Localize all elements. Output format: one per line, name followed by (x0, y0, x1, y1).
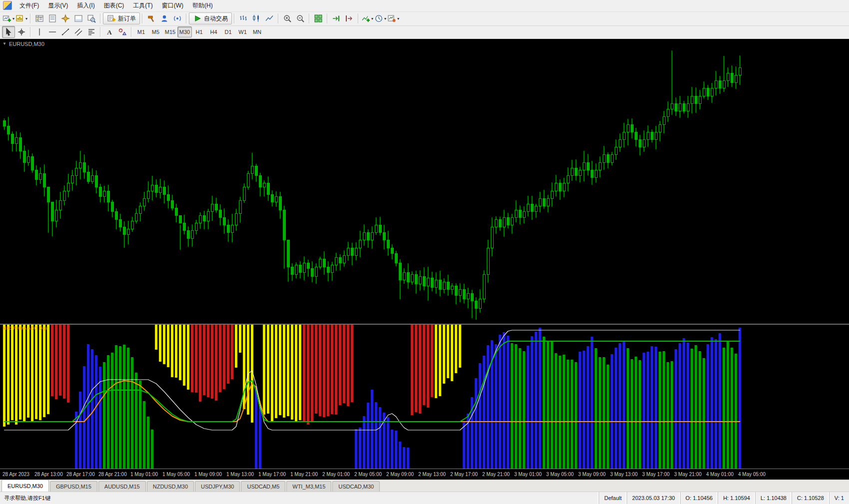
chart-line-icon (265, 14, 274, 23)
auto-trading-button[interactable]: 自动交易 (189, 12, 232, 24)
chevron-down-icon: ▾ (384, 16, 386, 21)
trendline-button[interactable] (59, 26, 72, 38)
cursor-button[interactable] (2, 26, 15, 38)
toolbar-separator (358, 13, 359, 23)
community-button[interactable] (158, 12, 171, 24)
metaeditor-button[interactable] (145, 12, 158, 24)
fibonacci-button[interactable] (85, 26, 98, 38)
time-axis-label: 1 May 17:00 (258, 472, 286, 477)
chart-tab-USDCAD-M5[interactable]: USDCAD,M5 (241, 481, 285, 492)
auto-trading-icon (193, 14, 202, 23)
toolbar-separator (234, 13, 235, 23)
vertical-line-button[interactable] (33, 26, 46, 38)
time-axis-label: 2 May 21:00 (482, 472, 510, 477)
data-window-button[interactable] (46, 12, 59, 24)
shapes-icon (118, 27, 127, 36)
chart-candles-icon (252, 14, 261, 23)
menu-item-help[interactable]: 帮助(H) (188, 0, 217, 11)
time-axis-label: 28 Apr 17:00 (66, 472, 95, 477)
timeframe-M1[interactable]: M1 (134, 26, 148, 37)
menu-item-charts[interactable]: 图表(C) (99, 0, 129, 11)
timeframe-MN[interactable]: MN (250, 26, 264, 37)
zoom-in-icon (283, 14, 292, 23)
time-axis-label: 28 Apr 13:00 (34, 472, 63, 477)
periods-button[interactable]: ▾ (374, 12, 387, 24)
timeframe-H1[interactable]: H1 (192, 26, 206, 37)
crosshair-button[interactable] (15, 26, 28, 38)
time-axis-label: 3 May 21:00 (674, 472, 702, 477)
navigator-icon (61, 14, 70, 23)
chart-shift-button[interactable] (343, 12, 356, 24)
indicators-button[interactable]: ▾ (361, 12, 374, 24)
toolbar-separator (142, 13, 143, 23)
text-button[interactable]: A (103, 26, 116, 38)
line-chart-button[interactable] (263, 12, 276, 24)
chart-tab-EURUSD-M30[interactable]: EURUSD,M30 (1, 480, 49, 492)
menu-bar: 文件(F)显示(V)插入(I)图表(C)工具(T)窗口(W)帮助(H) (0, 0, 849, 12)
arrows-button[interactable] (116, 26, 129, 38)
menu-item-file[interactable]: 文件(F) (15, 0, 43, 11)
timeframe-M15[interactable]: M15 (163, 26, 177, 37)
chart-tab-WTI-M3-M15[interactable]: WTI_M3,M15 (286, 481, 331, 492)
metaeditor-icon (147, 14, 156, 23)
strategy-tester-button[interactable] (85, 12, 98, 24)
profiles-button[interactable]: ▾ (15, 12, 28, 24)
channel-button[interactable] (72, 26, 85, 38)
new-chart-button[interactable]: ▾ (2, 12, 15, 24)
candlestick-chart[interactable] (0, 39, 849, 324)
trendline-icon (61, 27, 70, 36)
zoom-out-button[interactable] (294, 12, 307, 24)
menu-item-view[interactable]: 显示(V) (43, 0, 72, 11)
chart-tab-NZDUSD-M30[interactable]: NZDUSD,M30 (147, 481, 194, 492)
navigator-button[interactable] (59, 12, 72, 24)
timeframe-M30[interactable]: M30 (177, 26, 192, 37)
fibonacci-icon (87, 27, 96, 36)
hline-icon (48, 27, 57, 36)
mobile-app-button[interactable] (171, 12, 184, 24)
tile-windows-button[interactable] (312, 12, 325, 24)
svg-text:A: A (107, 28, 112, 36)
toolbar-separator (30, 27, 31, 37)
templates-button[interactable]: ▾ (387, 12, 400, 24)
auto-scroll-button[interactable] (330, 12, 343, 24)
time-axis-label: 2 May 17:00 (450, 472, 478, 477)
chart-bars-icon (239, 14, 248, 23)
toolbar-separator (131, 27, 132, 37)
chart-tab-AUDUSD-M15[interactable]: AUDUSD,M15 (98, 481, 146, 492)
time-axis-label: 1 May 05:00 (162, 472, 190, 477)
menu-item-tools[interactable]: 工具(T) (128, 0, 157, 11)
time-axis-label: 1 May 13:00 (226, 472, 254, 477)
time-axis-label: 2 May 05:00 (354, 472, 382, 477)
chart-window[interactable]: ▼ EURUSD,M30 M30 PHMA ADD Digit 28 Apr 2… (0, 39, 849, 480)
timeframe-D1[interactable]: D1 (221, 26, 235, 37)
chart-tab-USDCAD-M30[interactable]: USDCAD,M30 (332, 481, 380, 492)
indicator-pane[interactable]: M30 PHMA ADD Digit (0, 325, 849, 469)
new-order-button-label: 新订单 (118, 14, 136, 23)
time-axis-label: 3 May 13:00 (610, 472, 638, 477)
indicator-chart[interactable] (0, 325, 849, 469)
chart-tab-GBPUSD-M15[interactable]: GBPUSD,M15 (50, 481, 97, 492)
timeframe-M5[interactable]: M5 (148, 26, 163, 37)
menu-item-window[interactable]: 窗口(W) (157, 0, 188, 11)
bar-chart-button[interactable] (237, 12, 250, 24)
symbol-label: ▼ EURUSD,M30 (2, 41, 44, 47)
tile-windows-icon (314, 14, 323, 23)
timeframe-W1[interactable]: W1 (235, 26, 250, 37)
price-pane[interactable]: ▼ EURUSD,M30 (0, 39, 849, 324)
horizontal-line-button[interactable] (46, 26, 59, 38)
time-axis-label: 3 May 09:00 (578, 472, 606, 477)
status-volume: V: 1 (829, 492, 849, 504)
chart-tab-USDJPY-M30[interactable]: USDJPY,M30 (195, 481, 240, 492)
time-axis[interactable]: 28 Apr 202328 Apr 13:0028 Apr 17:0028 Ap… (0, 469, 849, 480)
zoom-in-button[interactable] (281, 12, 294, 24)
menu-item-insert[interactable]: 插入(I) (72, 0, 99, 11)
market-watch-button[interactable] (33, 12, 46, 24)
time-axis-label: 2 May 13:00 (418, 472, 446, 477)
new-order-button[interactable]: 新订单 (103, 12, 140, 24)
timeframe-H4[interactable]: H4 (206, 26, 221, 37)
market-watch-icon (35, 14, 44, 23)
toolbar-separator (309, 13, 310, 23)
terminal-button[interactable] (72, 12, 85, 24)
data-window-icon (48, 14, 57, 23)
candle-chart-button[interactable] (250, 12, 263, 24)
